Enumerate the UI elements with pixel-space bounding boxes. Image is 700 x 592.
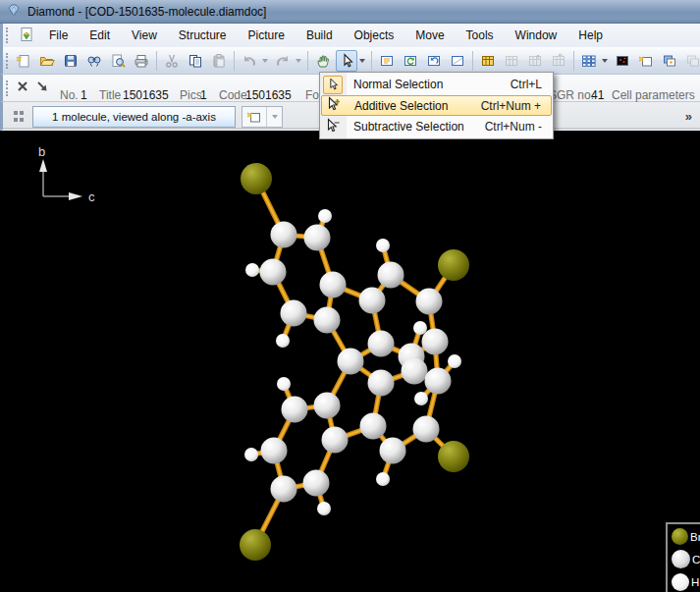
field-label-pics: Pics xyxy=(180,88,202,102)
atom-C[interactable] xyxy=(282,397,308,423)
atom-C[interactable] xyxy=(368,331,395,357)
redo-icon[interactable] xyxy=(272,50,294,72)
new-picture-icon[interactable] xyxy=(635,50,657,72)
grid-view-icon[interactable] xyxy=(578,50,600,72)
open-folder-icon[interactable] xyxy=(36,50,58,72)
white-picture-icon[interactable] xyxy=(447,50,468,72)
atom-C[interactable] xyxy=(271,476,297,503)
print-preview-icon[interactable] xyxy=(107,50,129,72)
print-icon[interactable] xyxy=(131,50,152,72)
atom-C[interactable] xyxy=(416,289,443,315)
save-icon[interactable] xyxy=(60,50,81,72)
menu-edit[interactable]: Edit xyxy=(79,24,121,47)
toolbar-grip[interactable] xyxy=(6,53,8,69)
atom-C[interactable] xyxy=(360,413,387,440)
pan-hand-icon[interactable] xyxy=(312,50,334,72)
menu-item-subtractive-selection[interactable]: Subtractive Selection Ctrl+Num - xyxy=(321,116,552,137)
atom-legend[interactable]: Br C H xyxy=(666,522,700,592)
atom-C[interactable] xyxy=(380,438,406,464)
select-arrow-icon[interactable] xyxy=(336,50,357,72)
refresh-picture-icon[interactable] xyxy=(400,50,421,72)
cut-icon[interactable] xyxy=(161,50,183,72)
undo-icon[interactable] xyxy=(239,50,260,72)
atom-H[interactable] xyxy=(276,334,290,348)
atom-C[interactable] xyxy=(281,300,307,327)
atom-C[interactable] xyxy=(271,222,297,248)
menubar: FileEditViewStructurePictureBuildObjects… xyxy=(0,24,700,47)
table-grayed-3-icon[interactable] xyxy=(548,50,569,72)
menu-file[interactable]: File xyxy=(38,24,79,47)
menu-window[interactable]: Window xyxy=(505,24,568,47)
menu-view[interactable]: View xyxy=(121,24,168,47)
atom-C[interactable] xyxy=(303,470,330,497)
picture-grayed-icon[interactable] xyxy=(682,50,700,72)
goto-icon[interactable] xyxy=(36,81,49,96)
atom-C[interactable] xyxy=(338,349,364,375)
atom-H[interactable] xyxy=(318,209,332,223)
atom-H[interactable] xyxy=(376,472,390,486)
atom-C[interactable] xyxy=(314,307,341,334)
atom-H[interactable] xyxy=(245,263,259,277)
atom-H[interactable] xyxy=(244,448,258,461)
tabbar-grip[interactable] xyxy=(14,111,25,122)
atom-Br[interactable] xyxy=(240,529,271,561)
find-icon[interactable] xyxy=(83,50,105,72)
atom-Br[interactable] xyxy=(438,441,469,472)
atom-H[interactable] xyxy=(277,377,291,391)
data-table-icon[interactable] xyxy=(477,50,499,72)
menu-help[interactable]: Help xyxy=(567,24,614,47)
menu-item-additive-selection[interactable]: Additive Selection Ctrl+Num + xyxy=(321,95,552,116)
render-picture-icon[interactable] xyxy=(612,50,633,72)
structure-table-icon[interactable] xyxy=(376,50,398,72)
atom-C[interactable] xyxy=(378,262,404,289)
atom-C[interactable] xyxy=(368,370,395,397)
paste-icon[interactable] xyxy=(208,50,230,72)
document-icon[interactable] xyxy=(19,27,34,45)
delete-structure-icon[interactable] xyxy=(16,80,29,96)
menu-picture[interactable]: Picture xyxy=(238,24,296,47)
copy-picture-icon[interactable] xyxy=(659,50,680,72)
atom-C[interactable] xyxy=(314,393,341,419)
docbar-grip[interactable] xyxy=(6,81,11,96)
atom-C[interactable] xyxy=(322,427,349,454)
picture-tab[interactable]: 1 molecule, viewed along -a-axis xyxy=(32,106,236,128)
atom-C[interactable] xyxy=(425,368,452,395)
atom-C[interactable] xyxy=(260,259,287,286)
new-picture-caret[interactable] xyxy=(266,107,282,127)
table-grayed-2-icon[interactable] xyxy=(524,50,546,72)
redo-dropdown-caret[interactable] xyxy=(296,59,301,63)
copy-icon[interactable] xyxy=(185,50,206,72)
new-document-icon[interactable] xyxy=(13,50,34,72)
atom-H[interactable] xyxy=(414,392,428,405)
atom-H[interactable] xyxy=(413,321,427,335)
menu-tools[interactable]: Tools xyxy=(456,24,505,47)
structure-canvas[interactable]: b c xyxy=(0,131,700,592)
atom-C[interactable] xyxy=(359,288,386,314)
menu-objects[interactable]: Objects xyxy=(344,24,405,47)
select-arrow-dropdown-caret[interactable] xyxy=(359,59,365,63)
menu-item-normal-selection[interactable]: Normal Selection Ctrl+L xyxy=(321,74,552,95)
atom-C[interactable] xyxy=(422,329,449,355)
atom-H[interactable] xyxy=(376,239,390,252)
cursor-plus-icon xyxy=(326,96,342,115)
menu-structure[interactable]: Structure xyxy=(168,24,238,47)
menubar-grip[interactable] xyxy=(6,27,11,43)
atom-C[interactable] xyxy=(402,358,428,385)
titlebar[interactable]: Diamond - [COD-1501635-molecule.diamdoc] xyxy=(0,0,700,24)
table-grayed-1-icon[interactable] xyxy=(501,50,522,72)
new-picture-button[interactable] xyxy=(242,107,266,127)
atom-H[interactable] xyxy=(448,354,461,368)
menu-move[interactable]: Move xyxy=(404,24,455,47)
atom-C[interactable] xyxy=(304,225,331,251)
tabbar-overflow-chevron[interactable]: » xyxy=(685,109,690,124)
menu-build[interactable]: Build xyxy=(296,24,344,47)
atom-C[interactable] xyxy=(320,272,347,298)
undo-dropdown-caret[interactable] xyxy=(262,59,268,63)
atom-H[interactable] xyxy=(317,502,331,515)
grid-view-dropdown-caret[interactable] xyxy=(602,59,608,63)
atom-C[interactable] xyxy=(261,438,288,464)
atom-C[interactable] xyxy=(413,416,440,443)
atom-Br[interactable] xyxy=(438,249,469,281)
atom-Br[interactable] xyxy=(241,163,272,194)
undo-view-icon[interactable] xyxy=(423,50,445,72)
